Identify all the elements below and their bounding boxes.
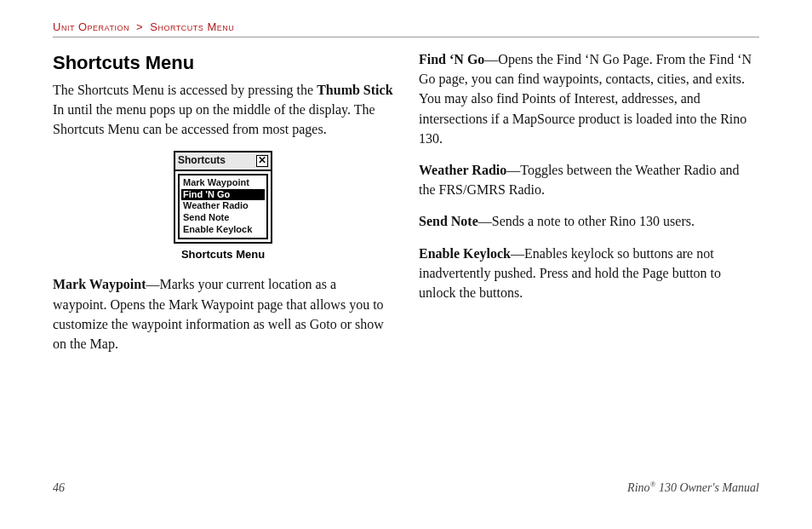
enable-keylock-label: Enable Keylock <box>419 246 511 261</box>
menu-item-enable-keylock[interactable]: Enable Keylock <box>181 224 265 236</box>
figure-caption: Shortcuts Menu <box>53 247 393 263</box>
page-number: 46 <box>53 481 65 495</box>
manual-title-1: Rino <box>627 481 649 494</box>
intro-bold-thumbstick: Thumb Stick <box>317 83 392 97</box>
intro-text-2: In until the menu pops up on the middle … <box>53 102 375 136</box>
shortcuts-header: Shortcuts ✕ <box>175 152 271 170</box>
shortcuts-menu-box: Shortcuts ✕ Mark Waypoint Find 'N Go Wea… <box>174 151 272 243</box>
send-note-label: Send Note <box>419 214 478 228</box>
menu-item-mark-waypoint[interactable]: Mark Waypoint <box>181 177 265 189</box>
find-n-go-paragraph: Find ‘N Go—Opens the Find ‘N Go Page. Fr… <box>419 49 759 148</box>
breadcrumb-sep: > <box>136 20 143 33</box>
find-n-go-label: Find ‘N Go <box>419 52 484 66</box>
shortcuts-header-title: Shortcuts <box>178 153 226 168</box>
section-title: Shortcuts Menu <box>53 49 393 77</box>
page-footer: 46 Rino® 130 Owner's Manual <box>53 480 759 495</box>
menu-item-send-note[interactable]: Send Note <box>181 212 265 224</box>
manual-title: Rino® 130 Owner's Manual <box>627 480 759 495</box>
shortcuts-menu-list: Mark Waypoint Find 'N Go Weather Radio S… <box>178 174 268 239</box>
top-rule <box>53 37 759 37</box>
left-column: Shortcuts Menu The Shortcuts Menu is acc… <box>53 49 393 365</box>
shortcuts-figure: Shortcuts ✕ Mark Waypoint Find 'N Go Wea… <box>53 151 393 262</box>
send-note-text: —Sends a note to other Rino 130 users. <box>478 214 695 228</box>
close-icon[interactable]: ✕ <box>256 155 268 167</box>
menu-item-find-n-go[interactable]: Find 'N Go <box>181 189 265 201</box>
right-column: Find ‘N Go—Opens the Find ‘N Go Page. Fr… <box>419 49 759 365</box>
breadcrumb: Unit Operation > Shortcuts Menu <box>53 20 759 33</box>
content-columns: Shortcuts Menu The Shortcuts Menu is acc… <box>53 49 759 365</box>
breadcrumb-page: Shortcuts Menu <box>150 20 234 33</box>
weather-radio-paragraph: Weather Radio—Toggles between the Weathe… <box>419 160 759 199</box>
mark-waypoint-paragraph: Mark Waypoint—Marks your current locatio… <box>53 274 393 354</box>
breadcrumb-section: Unit Operation <box>53 20 129 33</box>
send-note-paragraph: Send Note—Sends a note to other Rino 130… <box>419 211 759 231</box>
manual-title-2: 130 Owner's Manual <box>655 481 759 494</box>
intro-text-1: The Shortcuts Menu is accessed by pressi… <box>53 83 317 97</box>
menu-item-weather-radio[interactable]: Weather Radio <box>181 200 265 212</box>
intro-paragraph: The Shortcuts Menu is accessed by pressi… <box>53 80 393 140</box>
mark-waypoint-label: Mark Waypoint <box>53 277 146 291</box>
enable-keylock-paragraph: Enable Keylock—Enables keylock so button… <box>419 244 759 303</box>
weather-radio-label: Weather Radio <box>419 163 506 177</box>
